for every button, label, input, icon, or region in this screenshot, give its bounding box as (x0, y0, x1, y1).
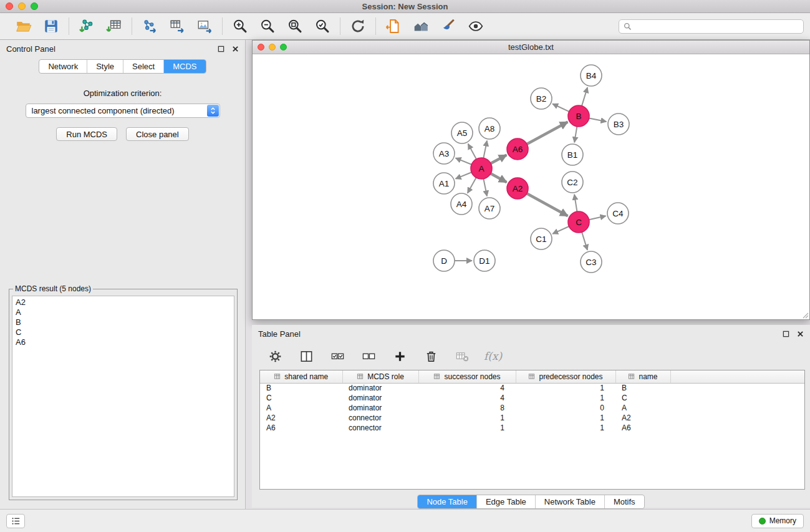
column-header-MCDS-role[interactable]: MCDS role (342, 370, 418, 383)
tab-select[interactable]: Select (123, 60, 164, 73)
edge-C-C4[interactable] (589, 216, 606, 220)
close-window-button[interactable] (6, 2, 13, 10)
optimization-criterion-dropdown[interactable]: largest connected component (directed) (26, 104, 220, 118)
node-A4[interactable]: A4 (451, 193, 472, 215)
export-network-button[interactable] (140, 17, 159, 36)
delete-button[interactable] (422, 347, 440, 365)
node-B4[interactable]: B4 (581, 65, 602, 86)
zoom-out-button[interactable] (258, 17, 277, 36)
export-table-button[interactable] (168, 17, 186, 36)
zoom-fit-button[interactable] (286, 17, 304, 36)
edge-A-A3[interactable] (456, 158, 472, 164)
network-minimize-button[interactable] (269, 44, 276, 51)
document-export-button[interactable] (384, 17, 403, 36)
export-image-button[interactable] (195, 17, 214, 36)
node-A7[interactable]: A7 (479, 198, 500, 219)
function-builder-button[interactable]: f(x) (484, 350, 502, 362)
node-C2[interactable]: C2 (562, 172, 583, 193)
edge-B-B4[interactable] (582, 87, 587, 106)
node-A1[interactable]: A1 (433, 173, 455, 194)
table-row[interactable]: Cdominator41C (260, 393, 804, 403)
column-header-name[interactable]: name (615, 370, 670, 383)
close-panel-icon[interactable] (232, 46, 239, 52)
result-item[interactable]: A (16, 307, 231, 317)
table-tab-edge-table[interactable]: Edge Table (477, 495, 536, 508)
edge-B-B3[interactable] (589, 118, 607, 122)
table-tab-node-table[interactable]: Node Table (418, 495, 477, 508)
columns-button[interactable] (297, 347, 316, 365)
network-zoom-button[interactable] (280, 44, 287, 51)
edge-A-A6[interactable] (491, 155, 506, 163)
node-A[interactable]: A (471, 158, 492, 179)
tab-network[interactable]: Network (39, 60, 87, 73)
run-mcds-button[interactable]: Run MCDS (56, 127, 117, 141)
network-window-titlebar[interactable]: testGlobe.txt (253, 41, 809, 54)
table-tab-network-table[interactable]: Network Table (536, 495, 605, 508)
edge-C-C3[interactable] (582, 232, 587, 250)
column-header-predecessor-nodes[interactable]: predecessor nodes (516, 370, 615, 383)
search-input[interactable] (635, 22, 799, 31)
column-header-successor-nodes[interactable]: successor nodes (418, 370, 516, 383)
network-window[interactable]: testGlobe.txt B4B2BB3A5A8A6B1A3AC2A1A2A4… (252, 40, 810, 320)
node-A2[interactable]: A2 (507, 178, 528, 199)
close-panel-button[interactable]: Close panel (126, 127, 189, 141)
import-table-button[interactable] (105, 17, 123, 36)
gear-button[interactable] (266, 347, 284, 365)
node-B[interactable]: B (568, 105, 589, 127)
app-titlebar[interactable]: Session: New Session (0, 0, 810, 13)
table-row[interactable]: Adominator80A (260, 403, 804, 413)
node-B3[interactable]: B3 (608, 114, 629, 135)
node-A8[interactable]: A8 (479, 118, 500, 139)
zoom-window-button[interactable] (31, 2, 38, 10)
node-C4[interactable]: C4 (607, 203, 629, 224)
edge-C-C2[interactable] (574, 195, 577, 211)
result-item[interactable]: C (16, 327, 231, 337)
node-D[interactable]: D (433, 250, 455, 271)
home-button[interactable] (412, 17, 430, 36)
edge-C-C1[interactable] (552, 226, 569, 234)
import-network-button[interactable] (77, 17, 96, 36)
node-A3[interactable]: A3 (433, 143, 455, 164)
result-item[interactable]: A6 (16, 337, 231, 347)
open-folder-button[interactable] (14, 17, 33, 36)
result-item[interactable]: B (16, 317, 231, 327)
search-box[interactable] (619, 19, 804, 34)
paint-button[interactable] (439, 17, 458, 36)
node-A6[interactable]: A6 (507, 138, 528, 160)
resize-grip-icon[interactable] (801, 311, 809, 319)
node-B1[interactable]: B1 (562, 144, 583, 165)
edge-A-A4[interactable] (468, 178, 476, 193)
edge-A2-C[interactable] (527, 193, 568, 216)
minimize-window-button[interactable] (18, 2, 26, 10)
table-row[interactable]: Bdominator41B (260, 383, 804, 393)
node-D1[interactable]: D1 (474, 250, 495, 271)
edge-A6-B[interactable] (527, 122, 567, 144)
edge-A-A7[interactable] (483, 179, 487, 196)
table-tab-motifs[interactable]: Motifs (605, 495, 644, 508)
table-row[interactable]: A6connector11A6 (260, 423, 804, 433)
edge-A-A2[interactable] (491, 173, 507, 182)
deselect-all-button[interactable] (359, 347, 378, 365)
mcds-result-list[interactable]: A2ABCA6 (12, 296, 234, 497)
edge-A-A5[interactable] (468, 144, 476, 160)
column-header-shared-name[interactable]: shared name (260, 370, 342, 383)
zoom-in-button[interactable] (231, 17, 249, 36)
save-button[interactable] (42, 17, 60, 36)
select-all-button[interactable] (328, 347, 347, 365)
tab-mcds[interactable]: MCDS (164, 60, 205, 73)
show-panels-button[interactable] (6, 514, 25, 528)
edge-A-A8[interactable] (483, 141, 487, 158)
network-close-button[interactable] (258, 44, 264, 51)
close-table-panel-icon[interactable] (797, 331, 804, 337)
refresh-button[interactable] (349, 17, 367, 36)
add-button[interactable] (390, 347, 409, 365)
node-C1[interactable]: C1 (531, 228, 552, 249)
graph-svg[interactable]: B4B2BB3A5A8A6B1A3AC2A1A2A4A7C4CC1C3DD1 (253, 54, 809, 319)
network-canvas[interactable]: B4B2BB3A5A8A6B1A3AC2A1A2A4A7C4CC1C3DD1 (253, 54, 809, 319)
edge-A-A1[interactable] (456, 172, 472, 178)
node-C3[interactable]: C3 (581, 251, 602, 273)
edge-B-B1[interactable] (574, 127, 577, 143)
result-item[interactable]: A2 (16, 297, 231, 307)
float-table-panel-icon[interactable] (783, 331, 789, 337)
eye-button[interactable] (466, 17, 485, 36)
